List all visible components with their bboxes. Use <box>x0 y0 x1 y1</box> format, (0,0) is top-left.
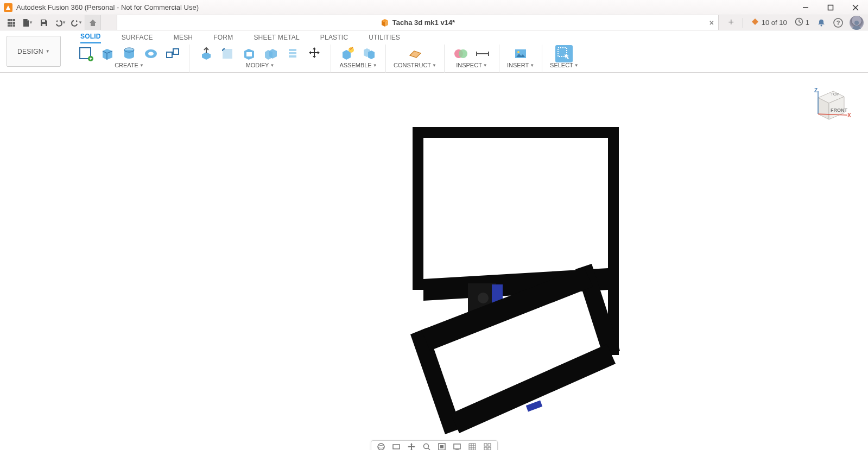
maximize-button[interactable] <box>818 0 843 15</box>
tool-groups: CREATE▼ MODIFY▼ <box>69 43 868 73</box>
tab-utilities[interactable]: UTILITIES <box>369 34 400 43</box>
svg-rect-55 <box>488 443 491 446</box>
extensions-indicator[interactable]: 10 of 10 <box>747 17 790 28</box>
pan-icon[interactable] <box>407 442 416 451</box>
press-pull-button[interactable] <box>197 45 214 62</box>
quick-access-bar: ▼ ▼ ▼ Tacha 3d mk1 v14* × + 10 of 10 1 ? <box>0 15 868 30</box>
close-button[interactable] <box>843 0 868 15</box>
svg-rect-28 <box>173 49 179 54</box>
home-button[interactable] <box>85 15 101 30</box>
svg-rect-12 <box>10 24 12 27</box>
select-button[interactable] <box>555 45 573 62</box>
file-button[interactable]: ▼ <box>20 15 36 30</box>
svg-point-45 <box>378 443 384 450</box>
svg-point-46 <box>378 445 384 448</box>
svg-rect-15 <box>42 24 46 26</box>
viewcube-front-label: FRONT <box>831 107 847 113</box>
group-modify: MODIFY▼ <box>189 45 331 73</box>
window-title: Autodesk Fusion 360 (Personal - Not for … <box>16 3 199 11</box>
tab-sheet-metal[interactable]: SHEET METAL <box>254 34 299 43</box>
fillet-button[interactable] <box>219 45 236 62</box>
document-icon <box>381 18 389 27</box>
box-button[interactable] <box>99 45 116 62</box>
redo-button[interactable]: ▼ <box>68 15 85 30</box>
svg-point-48 <box>423 443 428 448</box>
separator <box>743 18 743 28</box>
svg-rect-11 <box>8 24 10 27</box>
svg-rect-27 <box>167 52 172 58</box>
sketch-button[interactable] <box>77 45 94 62</box>
shell-button[interactable] <box>240 45 258 62</box>
svg-point-26 <box>148 52 154 56</box>
user-avatar[interactable] <box>850 16 864 30</box>
insert-image-button[interactable] <box>512 45 529 62</box>
workspace-picker[interactable]: DESIGN ▼ <box>7 36 61 67</box>
grid-settings-icon[interactable] <box>468 442 477 451</box>
tab-mesh[interactable]: MESH <box>174 34 193 43</box>
clock-icon <box>795 17 803 28</box>
draft-button[interactable] <box>284 45 301 62</box>
help-button[interactable]: ? <box>830 18 846 28</box>
navigation-toolbar[interactable] <box>371 440 498 450</box>
undo-button[interactable]: ▼ <box>52 15 68 30</box>
joint-button[interactable] <box>360 45 378 62</box>
construct-plane-button[interactable] <box>406 45 423 62</box>
svg-rect-10 <box>13 22 15 24</box>
close-tab-button[interactable]: × <box>709 18 714 27</box>
svg-rect-9 <box>10 22 12 24</box>
document-tab[interactable]: Tacha 3d mk1 v14* × <box>117 15 719 30</box>
group-insert: INSERT▼ <box>499 45 542 73</box>
model-geometry <box>391 127 630 420</box>
cylinder-button[interactable] <box>121 45 138 62</box>
tab-plastic[interactable]: PLASTIC <box>320 34 348 43</box>
svg-rect-13 <box>13 24 15 27</box>
viewport-settings-icon[interactable] <box>483 442 492 451</box>
look-at-icon[interactable] <box>392 442 401 451</box>
group-assemble-label[interactable]: ASSEMBLE▼ <box>339 62 377 68</box>
group-insert-label[interactable]: INSERT▼ <box>507 62 534 68</box>
viewcube-top-label: TOP <box>831 92 839 97</box>
svg-rect-5 <box>8 19 10 21</box>
ribbon-content: SOLID SURFACE MESH FORM SHEET METAL PLAS… <box>65 30 868 72</box>
job-status-indicator[interactable]: 1 <box>791 17 813 28</box>
group-select-label[interactable]: SELECT▼ <box>550 62 579 68</box>
group-construct-label[interactable]: CONSTRUCT▼ <box>394 62 436 68</box>
inspect-interference-button[interactable] <box>452 45 470 62</box>
svg-rect-52 <box>454 444 460 449</box>
svg-rect-14 <box>42 20 45 22</box>
tab-solid[interactable]: SOLID <box>80 33 101 43</box>
tab-surface[interactable]: SURFACE <box>122 34 153 43</box>
orbit-icon[interactable] <box>377 442 385 451</box>
measure-button[interactable] <box>474 45 491 62</box>
group-create-label[interactable]: CREATE▼ <box>115 62 144 68</box>
viewcube[interactable]: TOP FRONT Z X <box>808 84 852 127</box>
group-inspect-label[interactable]: INSPECT▼ <box>456 62 487 68</box>
group-assemble: ASSEMBLE▼ <box>331 45 386 73</box>
workspace-label: DESIGN <box>17 48 43 55</box>
display-settings-icon[interactable] <box>453 442 461 451</box>
tab-form[interactable]: FORM <box>213 34 233 43</box>
group-create: CREATE▼ <box>69 45 189 73</box>
document-name: Tacha 3d mk1 v14* <box>392 18 455 27</box>
data-panel-button[interactable] <box>3 15 20 30</box>
save-button[interactable] <box>36 15 52 30</box>
notifications-button[interactable] <box>814 18 829 27</box>
group-modify-label[interactable]: MODIFY▼ <box>246 62 275 68</box>
fit-icon[interactable] <box>438 442 446 451</box>
new-component-button[interactable] <box>339 45 356 62</box>
app-icon <box>3 3 13 12</box>
svg-line-49 <box>428 448 430 450</box>
move-button[interactable] <box>306 45 323 62</box>
group-select: SELECT▼ <box>542 45 586 73</box>
derive-button[interactable] <box>164 45 181 62</box>
new-tab-button[interactable]: + <box>724 17 738 28</box>
zoom-icon[interactable] <box>422 442 431 451</box>
svg-point-17 <box>821 24 822 26</box>
combine-button[interactable] <box>262 45 280 62</box>
environment-tabs: SOLID SURFACE MESH FORM SHEET METAL PLAS… <box>69 30 868 43</box>
torus-button[interactable] <box>142 45 160 62</box>
viewport[interactable]: TOP FRONT Z X <box>0 73 868 450</box>
svg-point-34 <box>517 51 519 53</box>
minimize-button[interactable] <box>793 0 818 15</box>
group-construct: CONSTRUCT▼ <box>386 45 445 73</box>
